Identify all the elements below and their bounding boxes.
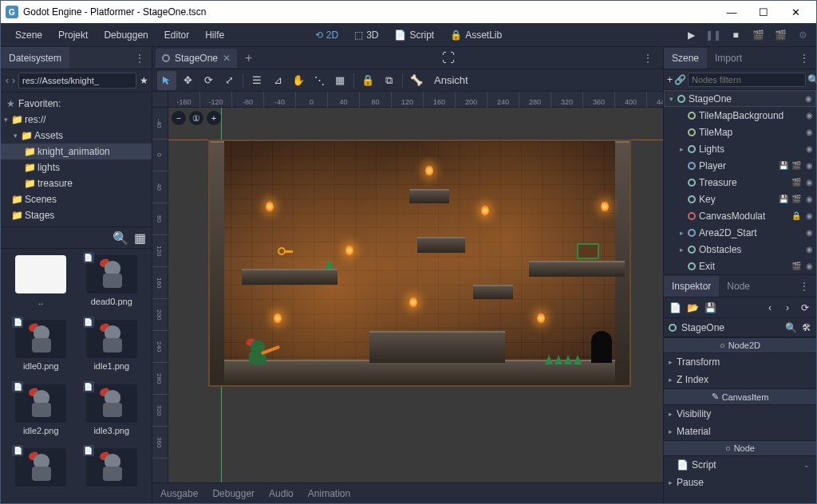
inspector-prop-material[interactable]: ▸Material xyxy=(664,423,816,440)
bone-tool[interactable]: 🦴 xyxy=(407,71,426,90)
ruler-tool[interactable]: ⊿ xyxy=(268,71,287,90)
scene-dock-more[interactable]: ⋮ xyxy=(792,52,816,65)
workspace-2d-tab[interactable]: ⟲2D xyxy=(309,26,345,44)
inspector-tab[interactable]: Inspektor xyxy=(664,276,719,297)
save-resource-icon[interactable]: 💾 xyxy=(704,301,716,314)
thumb-idle1[interactable]: 📄 idle1.png xyxy=(78,320,146,378)
lock-icon[interactable]: 🔒 xyxy=(791,211,802,222)
scale-tool[interactable]: ⤢ xyxy=(219,71,239,90)
eye-icon[interactable]: ◉ xyxy=(803,110,815,121)
film-icon[interactable]: 🎬 xyxy=(791,177,802,188)
fs-favorite-button[interactable]: ★ xyxy=(140,73,148,89)
fs-favorites-header[interactable]: ★Favoriten: xyxy=(1,96,152,112)
move-tool[interactable]: ✥ xyxy=(178,71,197,90)
open-resource-icon[interactable]: 📂 xyxy=(686,301,699,314)
inspector-prop-pause[interactable]: ▸Pause xyxy=(664,474,816,491)
rotate-tool[interactable]: ⟳ xyxy=(199,71,218,90)
list-tool[interactable]: ☰ xyxy=(247,71,266,90)
eye-icon[interactable]: ◉ xyxy=(803,127,815,138)
eye-icon[interactable]: ◉ xyxy=(803,244,815,255)
play-scene-button[interactable]: 🎬 xyxy=(751,28,765,42)
eye-icon[interactable]: ◉ xyxy=(803,160,815,171)
scene-node-canvasmodulat[interactable]: CanvasModulat🔒◉ xyxy=(664,207,816,224)
inspector-prop-z-index[interactable]: ▸Z Index xyxy=(664,371,816,388)
zoom-reset-button[interactable]: ① xyxy=(189,111,203,125)
thumb-dead0[interactable]: 📄 dead0.png xyxy=(78,255,146,313)
fs-dock-more[interactable]: ⋮ xyxy=(128,52,152,65)
menu-debug[interactable]: Debuggen xyxy=(96,30,156,41)
scene-node-obstacles[interactable]: ▸Obstacles◉ xyxy=(664,241,816,258)
thumb-extra2[interactable]: 📄 xyxy=(78,448,146,497)
audio-tab[interactable]: Audio xyxy=(269,488,294,499)
zoom-in-button[interactable]: + xyxy=(207,111,221,125)
fs-path-input[interactable] xyxy=(18,73,136,89)
film-icon[interactable]: 🎬 xyxy=(791,194,802,205)
film-icon[interactable]: 🎬 xyxy=(791,261,802,272)
scene-node-tilemap[interactable]: TileMap◉ xyxy=(664,124,816,140)
stop-button[interactable]: ■ xyxy=(728,28,743,42)
workspace-assetlib-tab[interactable]: 🔒AssetLib xyxy=(444,26,508,44)
fs-folder-stages[interactable]: 📁Stages xyxy=(1,207,152,223)
animation-tab[interactable]: Animation xyxy=(308,488,350,499)
import-dock-tab[interactable]: Import xyxy=(707,48,750,69)
menu-scene[interactable]: Szene xyxy=(7,30,50,41)
fs-root-row[interactable]: ▾📁res:// xyxy=(1,112,152,128)
eye-icon[interactable]: ◉ xyxy=(803,177,815,188)
scene-node-player[interactable]: Player💾🎬◉ xyxy=(664,157,816,174)
fs-forward-button[interactable]: › xyxy=(12,73,15,89)
eye-icon[interactable]: ◉ xyxy=(803,144,815,155)
fs-folder-lights[interactable]: 📁lights xyxy=(1,159,152,175)
scene-tabs-more[interactable]: ⋮ xyxy=(636,52,660,65)
snap-tool[interactable]: ⋱ xyxy=(310,71,329,90)
new-resource-icon[interactable]: 📄 xyxy=(669,301,681,314)
menu-project[interactable]: Projekt xyxy=(50,30,96,41)
distraction-free-icon[interactable]: ⛶ xyxy=(436,51,461,65)
film-icon[interactable]: 🎬 xyxy=(791,160,802,171)
inspector-prop-transform[interactable]: ▸Transform xyxy=(664,353,816,371)
fs-folder-assets[interactable]: ▾📁Assets xyxy=(1,128,152,144)
fs-grid-view-icon[interactable]: ▦ xyxy=(132,230,147,245)
menu-editor[interactable]: Editor xyxy=(156,30,197,41)
scene-filter-input[interactable] xyxy=(688,73,806,87)
eye-icon[interactable]: ◉ xyxy=(803,93,814,104)
scene-search-icon[interactable]: 🔍 xyxy=(807,72,817,88)
scene-node-stageone[interactable]: ▾StageOne◉ xyxy=(664,90,816,107)
scene-node-treasure[interactable]: Treasure🎬◉ xyxy=(664,174,816,191)
thumb-extra1[interactable]: 📄 xyxy=(7,448,75,497)
add-node-button[interactable]: + xyxy=(667,72,673,88)
inspector-search-icon[interactable]: 🔍 xyxy=(785,322,797,333)
save-icon[interactable]: 💾 xyxy=(778,160,789,171)
workspace-3d-tab[interactable]: ⬚3D xyxy=(348,26,385,44)
debugger-tab[interactable]: Debugger xyxy=(212,488,255,499)
output-tab[interactable]: Ausgabe xyxy=(160,488,198,499)
fs-folder-knight-animation[interactable]: 📁knight_animation xyxy=(1,144,152,159)
lock-tool[interactable]: 🔒 xyxy=(358,71,377,90)
minimize-button[interactable]: — xyxy=(716,1,748,23)
thumb-idle3[interactable]: 📄 idle3.png xyxy=(78,384,146,443)
fs-folder-scenes[interactable]: 📁Scenes xyxy=(1,191,152,207)
eye-icon[interactable]: ◉ xyxy=(803,227,815,238)
play-custom-button[interactable]: 🎬 xyxy=(773,28,787,42)
thumb-idle2[interactable]: 📄 idle2.png xyxy=(7,384,75,443)
fs-back-button[interactable]: ‹ xyxy=(6,73,9,89)
group-tool[interactable]: ⧉ xyxy=(379,71,398,90)
scene-tab-stageone[interactable]: StageOne ✕ xyxy=(156,49,237,68)
select-tool[interactable] xyxy=(157,71,176,90)
inspector-tools-icon[interactable]: 🛠 xyxy=(802,322,811,333)
scene-dock-tab[interactable]: Szene xyxy=(664,48,707,69)
scene-node-tilemapbackground[interactable]: TileMapBackground◉ xyxy=(664,107,816,124)
pan-tool[interactable]: ✋ xyxy=(289,71,308,90)
maximize-button[interactable]: ☐ xyxy=(748,1,780,23)
pause-button[interactable]: ❚❚ xyxy=(706,28,720,42)
scene-node-exit[interactable]: Exit🎬◉ xyxy=(664,258,816,274)
eye-icon[interactable]: ◉ xyxy=(803,261,815,272)
link-node-button[interactable]: 🔗 xyxy=(674,72,686,88)
thumb-idle0[interactable]: 📄 idle0.png xyxy=(7,320,75,378)
eye-icon[interactable]: ◉ xyxy=(803,194,815,205)
node-dock-tab[interactable]: Node xyxy=(719,276,758,297)
inspector-prop-script[interactable]: 📄Script⌄ xyxy=(664,456,816,474)
scene-node-area2d_start[interactable]: ▸Area2D_Start◉ xyxy=(664,224,816,241)
history-back-icon[interactable]: ‹ xyxy=(764,301,776,314)
grid-tool[interactable]: ▦ xyxy=(330,71,349,90)
thumb-parent-folder[interactable]: .. xyxy=(7,255,75,313)
